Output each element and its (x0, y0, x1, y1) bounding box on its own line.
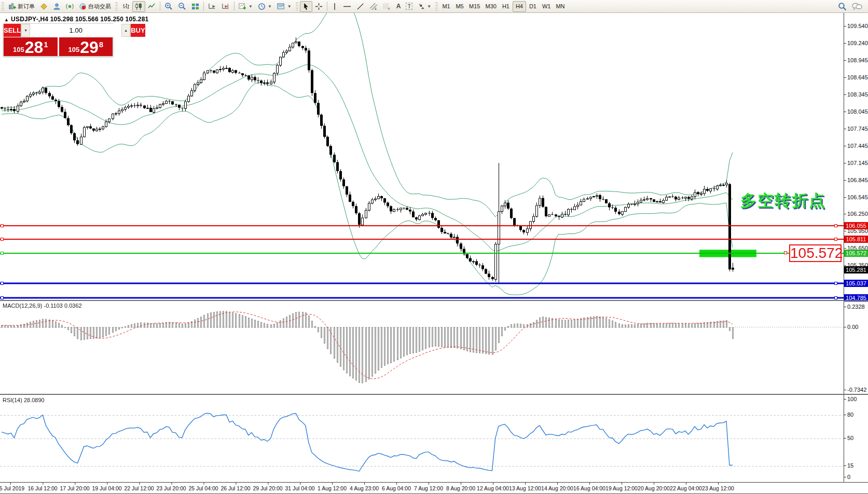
macd-tick-label: -0.7342 (847, 387, 866, 393)
buy-price-point: 8 (99, 40, 103, 49)
timeframe-h4-button[interactable]: H4 (513, 1, 526, 12)
indicators-button[interactable]: ▼ (236, 1, 255, 12)
template-icon (277, 3, 285, 10)
autotrade-button[interactable]: 自动交易 (76, 1, 114, 12)
community-button[interactable] (50, 1, 63, 12)
favorites-button[interactable] (37, 1, 50, 12)
chart-title: ▲USDJPY-,H4 105.298 105.566 105.250 105.… (4, 16, 148, 23)
time-tick-label: 16 Jul 12:00 (27, 485, 57, 491)
chevron-down-icon: ▼ (287, 4, 292, 9)
toolbar-grip[interactable] (2, 2, 4, 11)
sell-button[interactable]: SELL (4, 24, 21, 37)
crosshair-tool-button[interactable] (312, 1, 325, 12)
sell-price-pips: 28 (25, 39, 44, 55)
periods-button[interactable]: ▼ (255, 1, 274, 12)
trendline-tool-button[interactable] (354, 1, 367, 12)
sell-price-button[interactable]: 105 28 1 (4, 37, 58, 56)
community-icon (53, 3, 61, 10)
price-tag-handle[interactable] (784, 251, 787, 254)
rsi-tick-label: 80 (847, 411, 853, 418)
horizontal-line-icon (343, 3, 351, 10)
buy-price-button[interactable]: 105 29 8 (59, 37, 113, 56)
zoom-out-button[interactable] (175, 1, 189, 12)
new-order-label: 新订单 (18, 3, 35, 10)
zoom-in-button[interactable] (162, 1, 175, 12)
pane-separator[interactable] (0, 394, 868, 395)
time-tick-label: 6 Aug 04:00 (382, 485, 411, 491)
arrows-tool-button[interactable]: ▼ (415, 1, 434, 12)
tile-windows-button[interactable] (189, 1, 202, 12)
turning-point-annotation[interactable]: 多空转折点 (740, 190, 826, 212)
price-level-badge: 105.037 (844, 280, 868, 287)
zoom-out-icon (178, 2, 186, 10)
timeframe-d1-button[interactable]: D1 (526, 1, 540, 12)
clock-icon (258, 3, 266, 10)
new-order-icon (8, 3, 16, 10)
chevron-down-icon: ▼ (249, 4, 253, 9)
timeframe-h1-button[interactable]: H1 (499, 1, 513, 12)
pane-separator[interactable] (0, 300, 868, 301)
price-chart-canvas[interactable] (0, 0, 868, 494)
channel-tool-button[interactable]: E (367, 1, 380, 12)
crosshair-icon (315, 3, 323, 10)
timeframe-w1-button[interactable]: W1 (540, 1, 554, 12)
fibonacci-icon: F (383, 3, 391, 10)
candlestick-chart-button[interactable] (132, 1, 145, 12)
price-level-badge: 105.811 (844, 236, 868, 243)
timeframe-bar: M1M5M15M30H1H4D1W1MN (439, 1, 567, 12)
time-axis[interactable]: 15 Jul 201916 Jul 12:0017 Jul 20:0019 Ju… (0, 482, 868, 494)
zoom-in-icon (164, 2, 173, 10)
price-level-badge: 105.281 (844, 266, 868, 273)
auto-scroll-button[interactable] (205, 1, 219, 12)
time-tick-label: 16 Aug 04:00 (573, 485, 605, 491)
macd-tick-label: 0.00 (847, 324, 858, 330)
cursor-tool-button[interactable] (300, 1, 312, 12)
text-tool-button[interactable]: A (394, 1, 404, 12)
svg-text:F: F (388, 7, 390, 10)
bar-chart-button[interactable] (119, 1, 132, 12)
buy-button[interactable]: BUY (131, 24, 145, 37)
fibonacci-tool-button[interactable]: F (380, 1, 394, 12)
volume-decrease-button[interactable]: ▼ (21, 24, 30, 37)
trendline-icon (356, 3, 364, 10)
volume-increase-button[interactable]: ▲ (121, 24, 130, 37)
horizontal-line-tool-button[interactable] (340, 1, 354, 12)
timeframe-m1-button[interactable]: M1 (439, 1, 453, 12)
autotrade-icon (79, 3, 87, 10)
vertical-line-icon (332, 3, 338, 10)
price-tag-105572[interactable]: 105.572 (789, 244, 842, 262)
toolbar-grip[interactable] (115, 2, 118, 11)
timeframe-m30-button[interactable]: M30 (483, 1, 499, 12)
chat-button[interactable] (849, 1, 865, 12)
chart-shift-button[interactable] (219, 1, 232, 12)
signals-button[interactable] (63, 1, 76, 12)
rsi-tick-label: 50 (847, 435, 853, 441)
time-tick-label: 14 Aug 20:00 (541, 485, 573, 491)
price-tick-label: 108.345 (847, 91, 868, 98)
auto-scroll-icon (208, 3, 216, 10)
time-tick-label: 15 Jul 2019 (0, 485, 24, 491)
label-tool-button[interactable]: T (403, 1, 415, 12)
volume-input[interactable] (30, 24, 121, 37)
timeframe-m5-button[interactable]: M5 (453, 1, 466, 12)
text-tool-icon: A (396, 3, 401, 10)
rsi-tick-label: 100 (847, 396, 857, 402)
line-chart-button[interactable] (145, 1, 158, 12)
vertical-line-tool-button[interactable] (329, 1, 340, 12)
time-tick-label: 23 Aug 12:00 (702, 485, 734, 491)
price-tick-label: 107.145 (847, 160, 868, 166)
collapse-triangle-icon[interactable]: ▲ (4, 17, 9, 22)
time-tick-label: 17 Jul 20:00 (60, 485, 89, 491)
timeframe-m15-button[interactable]: M15 (466, 1, 483, 12)
price-tick-label: 108.945 (847, 57, 868, 63)
templates-button[interactable]: ▼ (274, 1, 294, 12)
price-tick-label: 106.250 (847, 211, 868, 217)
label-tool-icon: T (406, 3, 412, 10)
timeframe-mn-button[interactable]: MN (553, 1, 567, 12)
new-order-button[interactable]: 新订单 (6, 1, 37, 12)
toolbar-grip[interactable] (296, 2, 298, 11)
chevron-down-icon: ▼ (268, 4, 272, 9)
search-button[interactable] (835, 1, 849, 12)
toolbar-grip[interactable] (435, 2, 438, 11)
price-tick-label: 108.045 (847, 108, 868, 115)
